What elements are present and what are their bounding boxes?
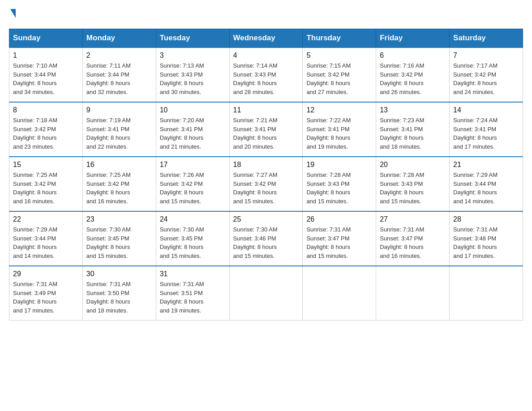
calendar-day-17: 17 Sunrise: 7:26 AM Sunset: 3:42 PM Dayl… [156,157,229,211]
calendar-day-16: 16 Sunrise: 7:25 AM Sunset: 3:42 PM Dayl… [82,157,156,211]
calendar-day-31: 31 Sunrise: 7:31 AM Sunset: 3:51 PM Dayl… [156,266,229,321]
empty-cell [376,266,450,321]
day-number: 5 [306,51,372,60]
day-number: 24 [160,215,226,223]
day-number: 17 [160,161,226,169]
weekday-header-wednesday: Wednesday [229,29,303,48]
day-number: 20 [380,161,446,169]
day-number: 12 [306,106,372,114]
day-number: 14 [453,106,519,114]
day-info: Sunrise: 7:31 AM Sunset: 3:48 PM Dayligh… [453,225,519,260]
day-number: 4 [233,51,299,60]
day-info: Sunrise: 7:23 AM Sunset: 3:41 PM Dayligh… [380,116,446,151]
calendar-day-18: 18 Sunrise: 7:27 AM Sunset: 3:42 PM Dayl… [229,157,303,211]
day-info: Sunrise: 7:26 AM Sunset: 3:42 PM Dayligh… [160,171,226,206]
calendar-day-11: 11 Sunrise: 7:21 AM Sunset: 3:41 PM Dayl… [229,102,303,157]
day-info: Sunrise: 7:15 AM Sunset: 3:42 PM Dayligh… [306,61,372,96]
weekday-header-thursday: Thursday [303,29,376,48]
weekday-header-tuesday: Tuesday [156,29,229,48]
day-info: Sunrise: 7:31 AM Sunset: 3:50 PM Dayligh… [86,280,152,315]
day-number: 3 [160,51,226,60]
day-info: Sunrise: 7:17 AM Sunset: 3:42 PM Dayligh… [453,61,519,96]
day-info: Sunrise: 7:27 AM Sunset: 3:42 PM Dayligh… [233,171,299,206]
empty-cell [450,266,523,321]
logo [9,9,16,20]
page-header [9,9,523,20]
day-number: 22 [13,215,79,223]
calendar-day-3: 3 Sunrise: 7:13 AM Sunset: 3:43 PM Dayli… [156,47,229,102]
day-info: Sunrise: 7:16 AM Sunset: 3:42 PM Dayligh… [380,61,446,96]
calendar-day-1: 1 Sunrise: 7:10 AM Sunset: 3:44 PM Dayli… [9,47,83,102]
day-number: 23 [86,215,152,223]
day-info: Sunrise: 7:29 AM Sunset: 3:44 PM Dayligh… [13,225,79,260]
calendar-day-21: 21 Sunrise: 7:29 AM Sunset: 3:44 PM Dayl… [450,157,523,211]
day-number: 26 [306,215,372,223]
day-info: Sunrise: 7:22 AM Sunset: 3:41 PM Dayligh… [306,116,372,151]
day-number: 25 [233,215,299,223]
calendar-day-4: 4 Sunrise: 7:14 AM Sunset: 3:43 PM Dayli… [229,47,303,102]
calendar-week-4: 22 Sunrise: 7:29 AM Sunset: 3:44 PM Dayl… [9,211,523,266]
calendar-week-5: 29 Sunrise: 7:31 AM Sunset: 3:49 PM Dayl… [9,266,523,321]
calendar-day-25: 25 Sunrise: 7:30 AM Sunset: 3:46 PM Dayl… [229,211,303,266]
calendar-day-20: 20 Sunrise: 7:28 AM Sunset: 3:43 PM Dayl… [376,157,450,211]
day-number: 7 [453,51,519,60]
day-number: 19 [306,161,372,169]
day-number: 6 [380,51,446,60]
day-info: Sunrise: 7:31 AM Sunset: 3:47 PM Dayligh… [380,225,446,260]
calendar-day-26: 26 Sunrise: 7:31 AM Sunset: 3:47 PM Dayl… [303,211,376,266]
day-number: 16 [86,161,152,169]
day-info: Sunrise: 7:28 AM Sunset: 3:43 PM Dayligh… [380,171,446,206]
day-info: Sunrise: 7:13 AM Sunset: 3:43 PM Dayligh… [160,61,226,96]
weekday-header-saturday: Saturday [450,29,523,48]
day-number: 18 [233,161,299,169]
calendar-day-10: 10 Sunrise: 7:20 AM Sunset: 3:41 PM Dayl… [156,102,229,157]
calendar-day-15: 15 Sunrise: 7:25 AM Sunset: 3:42 PM Dayl… [9,157,83,211]
calendar-table: SundayMondayTuesdayWednesdayThursdayFrid… [9,29,523,321]
calendar-day-30: 30 Sunrise: 7:31 AM Sunset: 3:50 PM Dayl… [82,266,156,321]
calendar-day-8: 8 Sunrise: 7:18 AM Sunset: 3:42 PM Dayli… [9,102,83,157]
day-info: Sunrise: 7:19 AM Sunset: 3:41 PM Dayligh… [86,116,152,151]
day-number: 2 [86,51,152,60]
day-number: 15 [13,161,79,169]
calendar-day-6: 6 Sunrise: 7:16 AM Sunset: 3:42 PM Dayli… [376,47,450,102]
day-number: 21 [453,161,519,169]
calendar-day-24: 24 Sunrise: 7:30 AM Sunset: 3:45 PM Dayl… [156,211,229,266]
empty-cell [229,266,303,321]
day-number: 9 [86,106,152,114]
day-number: 11 [233,106,299,114]
calendar-day-7: 7 Sunrise: 7:17 AM Sunset: 3:42 PM Dayli… [450,47,523,102]
calendar-day-12: 12 Sunrise: 7:22 AM Sunset: 3:41 PM Dayl… [303,102,376,157]
calendar-day-29: 29 Sunrise: 7:31 AM Sunset: 3:49 PM Dayl… [9,266,83,321]
day-info: Sunrise: 7:30 AM Sunset: 3:45 PM Dayligh… [160,225,226,260]
calendar-day-2: 2 Sunrise: 7:11 AM Sunset: 3:44 PM Dayli… [82,47,156,102]
weekday-header-friday: Friday [376,29,450,48]
day-info: Sunrise: 7:11 AM Sunset: 3:44 PM Dayligh… [86,61,152,96]
weekday-header-row: SundayMondayTuesdayWednesdayThursdayFrid… [9,29,523,48]
calendar-day-13: 13 Sunrise: 7:23 AM Sunset: 3:41 PM Dayl… [376,102,450,157]
day-info: Sunrise: 7:14 AM Sunset: 3:43 PM Dayligh… [233,61,299,96]
day-number: 30 [86,270,152,278]
calendar-day-28: 28 Sunrise: 7:31 AM Sunset: 3:48 PM Dayl… [450,211,523,266]
logo-arrow-icon [10,9,16,18]
day-info: Sunrise: 7:31 AM Sunset: 3:49 PM Dayligh… [13,280,79,315]
empty-cell [303,266,376,321]
calendar-week-2: 8 Sunrise: 7:18 AM Sunset: 3:42 PM Dayli… [9,102,523,157]
day-info: Sunrise: 7:21 AM Sunset: 3:41 PM Dayligh… [233,116,299,151]
day-info: Sunrise: 7:20 AM Sunset: 3:41 PM Dayligh… [160,116,226,151]
day-number: 8 [13,106,79,114]
weekday-header-sunday: Sunday [9,29,83,48]
day-number: 31 [160,270,226,278]
day-info: Sunrise: 7:31 AM Sunset: 3:47 PM Dayligh… [306,225,372,260]
calendar-day-19: 19 Sunrise: 7:28 AM Sunset: 3:43 PM Dayl… [303,157,376,211]
day-info: Sunrise: 7:25 AM Sunset: 3:42 PM Dayligh… [13,171,79,206]
calendar-week-1: 1 Sunrise: 7:10 AM Sunset: 3:44 PM Dayli… [9,47,523,102]
day-info: Sunrise: 7:30 AM Sunset: 3:46 PM Dayligh… [233,225,299,260]
weekday-header-monday: Monday [82,29,156,48]
calendar-day-23: 23 Sunrise: 7:30 AM Sunset: 3:45 PM Dayl… [82,211,156,266]
day-info: Sunrise: 7:10 AM Sunset: 3:44 PM Dayligh… [13,61,79,96]
day-info: Sunrise: 7:31 AM Sunset: 3:51 PM Dayligh… [160,280,226,315]
calendar-day-5: 5 Sunrise: 7:15 AM Sunset: 3:42 PM Dayli… [303,47,376,102]
day-number: 13 [380,106,446,114]
day-info: Sunrise: 7:24 AM Sunset: 3:41 PM Dayligh… [453,116,519,151]
calendar-day-14: 14 Sunrise: 7:24 AM Sunset: 3:41 PM Dayl… [450,102,523,157]
